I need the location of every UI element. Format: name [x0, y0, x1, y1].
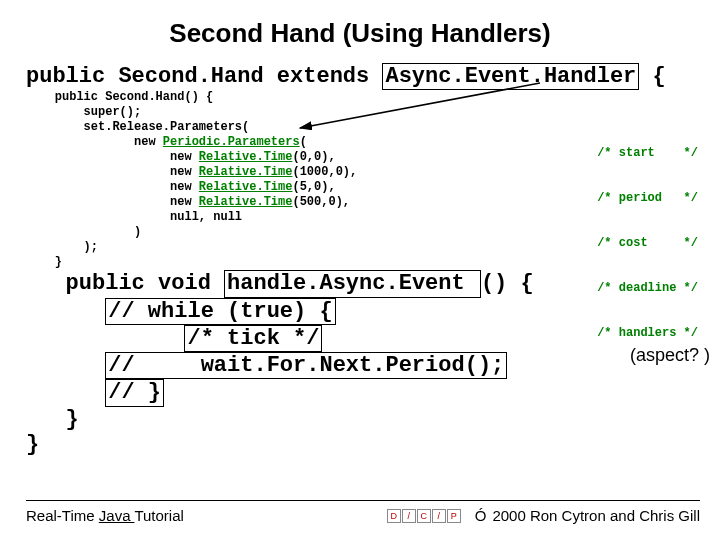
boxed-comment: /* tick */	[184, 325, 322, 352]
code-text: (0,0),	[292, 150, 335, 164]
logo-cell: /	[432, 509, 446, 523]
boxed-handle-method: handle.Async.Event	[224, 270, 481, 297]
green-ident: Relative.Time	[199, 195, 293, 209]
comment-handlers: /* handlers */	[597, 326, 698, 341]
boxed-comment: // while (true) {	[105, 298, 335, 325]
code-text: new	[26, 135, 163, 149]
comment-cost: /* cost */	[597, 236, 698, 251]
footer-text: Real-Time	[26, 507, 99, 524]
comment-period: /* period */	[597, 191, 698, 206]
code-text: new	[26, 195, 199, 209]
code-line-class-decl: public Second.Hand extends Async.Event.H…	[26, 63, 710, 90]
code-text	[26, 299, 105, 324]
code-line: public Second.Hand() {	[26, 90, 710, 105]
code-text	[26, 326, 184, 351]
code-text: new	[26, 180, 199, 194]
aspect-annotation: (aspect? )	[630, 345, 710, 366]
footer-logo: D / C / P	[387, 509, 461, 523]
code-line: // }	[26, 379, 710, 406]
green-ident: Relative.Time	[199, 150, 293, 164]
copyright-mark: Ó	[475, 507, 487, 524]
code-text: (500,0),	[292, 195, 350, 209]
comment-start: /* start */	[597, 146, 698, 161]
code-text: public Second.Hand extends	[26, 64, 382, 89]
code-text: {	[639, 64, 665, 89]
slide-footer: Real-Time Java Tutorial D / C / P Ó 2000…	[26, 500, 700, 524]
slide-title: Second Hand (Using Handlers)	[0, 0, 720, 63]
footer-credit: 2000 Ron Cytron and Chris Gill	[492, 507, 700, 524]
boxed-async-handler: Async.Event.Handler	[382, 63, 639, 90]
green-ident: Relative.Time	[199, 180, 293, 194]
footer-text: Tutorial	[134, 507, 183, 524]
boxed-comment: // wait.For.Next.Period();	[105, 352, 507, 379]
code-line: }	[26, 432, 710, 457]
logo-cell: P	[447, 509, 461, 523]
logo-cell: C	[417, 509, 431, 523]
code-text	[26, 380, 105, 405]
code-text: new	[26, 165, 199, 179]
footer-right: D / C / P Ó 2000 Ron Cytron and Chris Gi…	[379, 507, 700, 524]
logo-cell: /	[402, 509, 416, 523]
logo-cell: D	[387, 509, 401, 523]
code-text: (1000,0),	[292, 165, 357, 179]
code-text: (	[300, 135, 307, 149]
comment-deadline: /* deadline */	[597, 281, 698, 296]
code-line: // wait.For.Next.Period();	[26, 352, 710, 379]
code-text: () {	[481, 271, 534, 296]
code-text	[26, 353, 105, 378]
footer-java: Java	[99, 507, 135, 524]
green-ident: Periodic.Parameters	[163, 135, 300, 149]
code-line: }	[26, 407, 710, 432]
code-text: (5,0),	[292, 180, 335, 194]
footer-left: Real-Time Java Tutorial	[26, 507, 184, 524]
code-text: public void	[26, 271, 224, 296]
param-comments: /* start */ /* period */ /* cost */ /* d…	[597, 116, 698, 356]
code-text: new	[26, 150, 199, 164]
boxed-comment: // }	[105, 379, 164, 406]
green-ident: Relative.Time	[199, 165, 293, 179]
